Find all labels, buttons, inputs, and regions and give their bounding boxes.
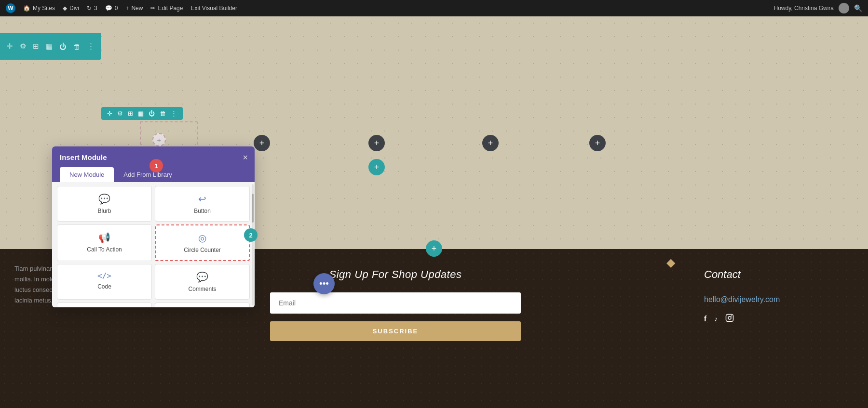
col-layout-icon[interactable]: ⊞ xyxy=(128,110,133,117)
admin-bar-right: Howdy, Christina Gwira 🔍 xyxy=(774,3,862,13)
plus-button-1[interactable]: + xyxy=(254,135,270,151)
tab-new-module[interactable]: New Module xyxy=(60,167,114,182)
module-item-contact-form[interactable]: ✉ Contact Form xyxy=(57,303,152,307)
panel-close-button[interactable]: × xyxy=(243,153,248,162)
col-move-icon[interactable]: ✛ xyxy=(107,110,112,117)
button-icon: ↩ xyxy=(198,193,206,205)
column-plus-button[interactable]: + xyxy=(152,133,166,146)
module-item-comments[interactable]: 💬 Comments xyxy=(155,264,250,300)
main-area: ✛ ⚙ ⊞ ▦ ⏻ 🗑 ⋮ ✛ ⚙ ⊞ ▦ ⏻ 🗑 ⋮ + + + + + + … xyxy=(0,16,868,408)
column-toolbar: ✛ ⚙ ⊞ ▦ ⏻ 🗑 ⋮ xyxy=(101,107,183,120)
revisions-link[interactable]: ↻ 3 xyxy=(87,5,97,12)
plus-button-4[interactable]: + xyxy=(589,135,606,151)
plus-button-2[interactable]: + xyxy=(368,135,385,151)
toolbar-disable-icon[interactable]: ⏻ xyxy=(59,42,67,51)
comments-icon: 💬 xyxy=(105,5,112,12)
edit-page-link[interactable]: ✏ Edit Page xyxy=(150,5,183,12)
module-item-blurb[interactable]: 💬 Blurb xyxy=(57,186,152,222)
admin-bar: W 🏠 My Sites ◆ Divi ↻ 3 💬 0 + New ✏ Edit… xyxy=(0,0,868,16)
tab-add-from-library[interactable]: Add From Library xyxy=(114,167,181,182)
circle-counter-icon: ◎ xyxy=(198,232,206,244)
blurb-label: Blurb xyxy=(97,208,111,214)
cta-icon: 📢 xyxy=(98,232,110,243)
wp-icon[interactable]: W xyxy=(6,3,15,13)
step-badge-2: 2 xyxy=(244,228,258,242)
revisions-icon: ↻ xyxy=(87,5,92,12)
svg-point-1 xyxy=(728,316,731,319)
module-item-button[interactable]: ↩ Button xyxy=(155,186,250,222)
plus-button-teal[interactable]: + xyxy=(368,159,385,175)
facebook-icon[interactable]: f xyxy=(704,315,706,323)
subscribe-button[interactable]: SUBSCRIBE xyxy=(270,321,521,341)
col-settings-icon[interactable]: ⚙ xyxy=(117,110,123,117)
plus-button-3[interactable]: + xyxy=(482,135,499,151)
toolbar-more-icon[interactable]: ⋮ xyxy=(87,42,95,51)
toolbar-duplicate-icon[interactable]: ⊞ xyxy=(33,42,39,51)
blurb-icon: 💬 xyxy=(98,193,110,205)
col-grid-icon[interactable]: ▦ xyxy=(138,110,144,117)
edit-icon: ✏ xyxy=(150,5,155,12)
plus-icon: + xyxy=(125,5,129,12)
subscribe-btn-wrap: SUBSCRIBE xyxy=(270,321,521,341)
footer-plus-button[interactable]: + xyxy=(426,240,442,257)
social-icons: f ♪ xyxy=(704,314,839,324)
code-icon: </> xyxy=(97,271,111,280)
button-label: Button xyxy=(194,208,211,214)
scrollbar-thumb[interactable] xyxy=(252,194,254,223)
exit-builder-link[interactable]: Exit Visual Builder xyxy=(190,5,237,12)
comments-link[interactable]: 💬 0 xyxy=(105,5,118,12)
svg-point-2 xyxy=(731,316,732,316)
cta-label: Call To Action xyxy=(87,246,122,253)
toolbar-move-icon[interactable]: ✛ xyxy=(7,42,13,51)
admin-bar-left: W 🏠 My Sites ◆ Divi ↻ 3 💬 0 + New ✏ Edit… xyxy=(6,3,766,13)
comments-label: Comments xyxy=(188,286,216,292)
svg-rect-0 xyxy=(726,315,733,322)
email-input[interactable] xyxy=(270,292,521,314)
module-item-countdown-timer[interactable]: ⏱ Countdown Timer xyxy=(155,303,250,307)
col-delete-icon[interactable]: 🗑 xyxy=(160,110,166,117)
greeting-text: Howdy, Christina Gwira xyxy=(774,5,834,12)
module-item-circle-counter[interactable]: ◎ Circle Counter xyxy=(155,224,250,261)
comments-icon: 💬 xyxy=(196,271,208,283)
instagram-icon[interactable] xyxy=(725,314,734,324)
toolbar-settings-icon[interactable]: ⚙ xyxy=(20,42,26,51)
scrollbar-track[interactable] xyxy=(252,184,254,305)
diamond-icon: ◆ xyxy=(666,256,675,269)
toolbar-grid-icon[interactable]: ▦ xyxy=(46,42,53,51)
toolbar-delete-icon[interactable]: 🗑 xyxy=(73,42,81,51)
new-link[interactable]: + New xyxy=(125,5,143,12)
email-input-wrap xyxy=(270,292,521,314)
col-disable-icon[interactable]: ⏻ xyxy=(149,110,155,117)
home-icon: 🏠 xyxy=(23,5,30,12)
col-more-icon[interactable]: ⋮ xyxy=(171,110,177,117)
step-badge-1: 1 xyxy=(149,159,163,172)
user-avatar xyxy=(839,3,849,13)
fab-button[interactable]: ••• xyxy=(313,273,335,294)
code-label: Code xyxy=(97,283,111,290)
panel-body: 💬 Blurb ↩ Button 📢 Call To Action ◎ Circ… xyxy=(52,182,255,307)
fab-dots-icon: ••• xyxy=(319,278,329,289)
search-icon[interactable]: 🔍 xyxy=(854,4,862,12)
my-sites-link[interactable]: 🏠 My Sites xyxy=(23,5,55,12)
module-item-call-to-action[interactable]: 📢 Call To Action xyxy=(57,224,152,261)
footer-contact-title: Contact xyxy=(704,268,839,281)
contact-email[interactable]: hello@divijewelry.com xyxy=(704,295,839,304)
divi-icon: ◆ xyxy=(63,5,67,12)
footer-contact: Contact hello@divijewelry.com f ♪ xyxy=(675,263,868,408)
circle-counter-label: Circle Counter xyxy=(184,247,221,253)
divi-link[interactable]: ◆ Divi xyxy=(63,5,79,12)
tiktok-icon[interactable]: ♪ xyxy=(714,315,718,323)
module-grid: 💬 Blurb ↩ Button 📢 Call To Action ◎ Circ… xyxy=(57,186,250,307)
module-toolbar: ✛ ⚙ ⊞ ▦ ⏻ 🗑 ⋮ xyxy=(0,33,101,60)
module-item-code[interactable]: </> Code xyxy=(57,264,152,300)
footer-signup-title: Sign Up For Shop Updates xyxy=(329,268,462,281)
